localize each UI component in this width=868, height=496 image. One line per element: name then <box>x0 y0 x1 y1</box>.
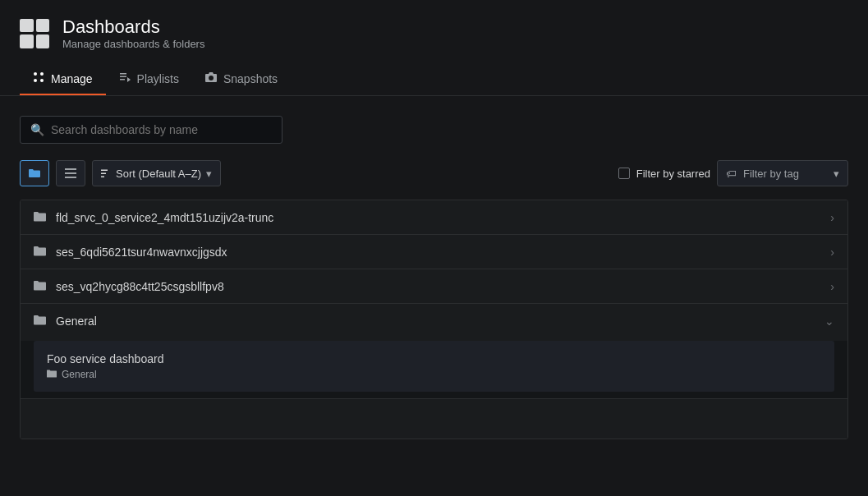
folder-row-0[interactable]: fld_srvc_0_service2_4mdt151uzijv2a-trunc… <box>21 200 847 235</box>
dashboard-folder-icon <box>47 370 57 379</box>
svg-rect-8 <box>65 168 76 170</box>
folder-name-2: ses_vq2hycg88c4tt25csgsbllfpv8 <box>56 280 830 293</box>
folder-list: fld_srvc_0_service2_4mdt151uzijv2a-trunc… <box>20 200 848 439</box>
app-logo <box>20 19 49 48</box>
folder-general-header[interactable]: General ⌄ <box>21 304 847 338</box>
folder-view-button[interactable] <box>20 160 49 186</box>
dashboard-title-0: Foo service dashboard <box>47 352 821 365</box>
folder-name-3: General <box>56 315 824 328</box>
tab-snapshots[interactable]: Snapshots <box>192 63 291 95</box>
sort-label: Sort (Default A–Z) <box>116 168 201 180</box>
filter-starred-container: Filter by starred <box>618 168 710 180</box>
filter-tag-dropdown[interactable]: 🏷 Filter by tag ▾ <box>717 160 848 186</box>
folder-row-2[interactable]: ses_vq2hycg88c4tt25csgsbllfpv8 › <box>21 269 847 304</box>
svg-rect-4 <box>120 73 126 75</box>
svg-point-3 <box>40 79 44 82</box>
playlists-icon <box>119 71 131 85</box>
svg-rect-11 <box>101 170 108 172</box>
folder-chevron-3: ⌄ <box>824 315 834 328</box>
sort-dropdown[interactable]: Sort (Default A–Z) ▾ <box>92 160 221 186</box>
folder-chevron-1: › <box>830 246 834 259</box>
folder-icon-0 <box>34 210 46 224</box>
manage-icon <box>33 71 44 85</box>
svg-point-2 <box>34 79 37 82</box>
dashboard-folder-0: General <box>47 369 821 380</box>
list-view-icon <box>65 168 76 179</box>
main-content: 🔍 Sort (Default A–Z) ▾ <box>0 96 868 459</box>
folder-icon-3 <box>34 314 46 328</box>
tag-icon: 🏷 <box>726 168 737 180</box>
folder-chevron-2: › <box>830 280 834 293</box>
folder-icon-2 <box>34 279 46 293</box>
dashboard-item-0[interactable]: Foo service dashboard General <box>34 341 834 392</box>
tab-playlists[interactable]: Playlists <box>106 63 192 95</box>
folder-name-1: ses_6qdi5621tsur4nwavnxcjjgsdx <box>56 246 830 259</box>
search-input[interactable] <box>51 123 272 136</box>
svg-rect-13 <box>101 177 104 178</box>
dashboard-folder-name-0: General <box>62 369 97 380</box>
folder-name-0: fld_srvc_0_service2_4mdt151uzijv2a-trunc <box>56 211 830 224</box>
toolbar: Sort (Default A–Z) ▾ Filter by starred 🏷… <box>20 160 848 186</box>
filter-starred-checkbox[interactable] <box>618 168 630 179</box>
svg-rect-10 <box>65 177 76 178</box>
empty-row <box>21 399 847 439</box>
svg-rect-9 <box>65 172 76 174</box>
folder-view-icon <box>29 168 40 179</box>
svg-point-0 <box>34 72 37 76</box>
sort-chevron-icon: ▾ <box>206 168 212 180</box>
svg-marker-7 <box>127 77 131 82</box>
list-view-button[interactable] <box>56 160 85 186</box>
search-icon: 🔍 <box>30 123 44 136</box>
svg-rect-5 <box>120 76 126 78</box>
folder-chevron-0: › <box>830 211 834 224</box>
page-title: Dashboards <box>62 16 204 38</box>
page-subtitle: Manage dashboards & folders <box>62 38 204 50</box>
svg-rect-12 <box>101 173 106 175</box>
tab-manage[interactable]: Manage <box>20 63 106 95</box>
folder-row-1[interactable]: ses_6qdi5621tsur4nwavnxcjjgsdx › <box>21 235 847 269</box>
filter-tag-label: Filter by tag <box>743 168 799 180</box>
svg-rect-6 <box>120 79 125 80</box>
filter-starred-label: Filter by starred <box>636 168 710 180</box>
svg-point-1 <box>40 72 44 76</box>
page-header: Dashboards Manage dashboards & folders M… <box>0 0 868 96</box>
sort-icon <box>101 168 111 178</box>
folder-icon-1 <box>34 245 46 259</box>
filter-tag-chevron-icon: ▾ <box>834 168 839 180</box>
general-folder-content: Foo service dashboard General <box>21 341 847 398</box>
snapshots-icon <box>205 71 217 85</box>
search-container: 🔍 <box>20 116 282 144</box>
folder-row-3: General ⌄ Foo service dashboard General <box>21 304 847 399</box>
tabs-nav: Manage Playlists Snapshots <box>20 63 848 95</box>
